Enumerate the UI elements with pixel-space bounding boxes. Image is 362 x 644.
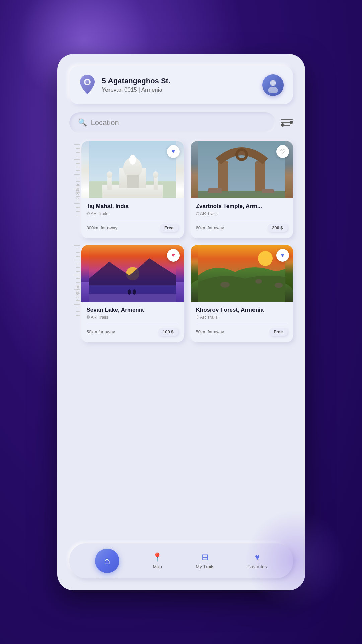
- bottom-nav: ⌂ 📍 Map ⊞ My Trails ♥ Favorites: [69, 543, 293, 578]
- distance-zvartnots: 60km far away: [196, 225, 224, 230]
- card-zvartnots[interactable]: ♡ Zvartnots Temple, Arm... © AR Trails 6…: [191, 141, 293, 238]
- svg-point-27: [133, 289, 136, 295]
- ruler-top: > 30km: [69, 141, 80, 242]
- tick: [76, 249, 80, 249]
- tick: [76, 252, 80, 253]
- tick: [74, 174, 80, 175]
- nav-map-item[interactable]: 📍 Map: [152, 552, 162, 569]
- card-subtitle-khosrov: © AR Trails: [196, 315, 288, 320]
- tick: [76, 200, 80, 200]
- nav-home-button[interactable]: ⌂: [95, 549, 119, 573]
- tick: [76, 211, 80, 212]
- heart-button-khosrov[interactable]: ♥: [276, 249, 289, 262]
- ticks-top: [74, 141, 80, 215]
- svg-point-2: [270, 80, 276, 86]
- search-placeholder: Location: [91, 118, 119, 127]
- distance-sevan: 50km far away: [87, 329, 115, 334]
- svg-rect-21: [262, 189, 274, 193]
- tick: [76, 315, 80, 316]
- price-sevan: 100 $: [158, 328, 178, 336]
- ruler-bottom: < 30km: [69, 242, 80, 342]
- card-body-khosrov: Khosrov Forest, Armenia © AR Trails 50km…: [191, 302, 293, 341]
- card-khosrov[interactable]: ♥ Khosrov Forest, Armenia © AR Trails 50…: [191, 245, 293, 342]
- svg-point-3: [268, 87, 278, 93]
- tick: [74, 245, 80, 246]
- tick: [74, 275, 80, 275]
- price-khosrov: Free: [269, 328, 287, 336]
- search-row: 🔍 Location: [69, 112, 293, 133]
- tick: [76, 152, 80, 153]
- card-footer-zvartnots: 60km far away 200 $: [196, 220, 288, 232]
- svg-point-11: [107, 171, 112, 178]
- tick: [76, 300, 80, 301]
- header-left: 5 Agatangeghos St. Yerevan 0015 | Armeni…: [79, 74, 171, 96]
- nav-my-trails-item[interactable]: ⊞ My Trails: [196, 552, 214, 569]
- svg-point-1: [85, 80, 89, 84]
- svg-point-30: [220, 282, 230, 288]
- svg-point-32: [275, 283, 283, 288]
- heart-icon-zvartnots: ♡: [280, 148, 285, 155]
- nav-map-label: Map: [153, 564, 162, 569]
- card-sevan[interactable]: ♥ Sevan Lake, Armenia © AR Trails 50km f…: [81, 245, 184, 342]
- card-title-sevan: Sevan Lake, Armenia: [87, 307, 178, 313]
- distance-khosrov: 50km far away: [196, 329, 224, 334]
- nav-favorites-label: Favorites: [247, 564, 267, 569]
- card-title-taj: Taj Mahal, India: [87, 203, 178, 210]
- card-subtitle-sevan: © AR Trails: [87, 315, 178, 320]
- nav-favorites-item[interactable]: ♥ Favorites: [247, 552, 267, 569]
- tick: [76, 278, 80, 279]
- content-section: > 30km: [69, 141, 293, 342]
- search-icon: 🔍: [78, 118, 87, 127]
- filter-button[interactable]: [281, 119, 293, 126]
- svg-rect-20: [208, 188, 222, 193]
- home-icon: ⌂: [104, 555, 110, 566]
- svg-point-31: [255, 279, 262, 284]
- tick: [76, 282, 80, 283]
- tick: [76, 311, 80, 312]
- heart-button-taj[interactable]: ♥: [167, 145, 180, 158]
- tick: [74, 260, 80, 260]
- svg-rect-25: [89, 294, 176, 302]
- my-trails-icon: ⊞: [202, 552, 208, 562]
- filter-line-1: [281, 119, 293, 120]
- cards-grid: ♥ Taj Mahal, India © AR Trails 800km far…: [81, 141, 293, 342]
- header: 5 Agatangeghos St. Yerevan 0015 | Armeni…: [69, 66, 293, 104]
- card-title-zvartnots: Zvartnots Temple, Arm...: [196, 203, 288, 210]
- svg-point-13: [153, 171, 158, 178]
- tick: [74, 304, 80, 305]
- search-bar[interactable]: 🔍 Location: [69, 112, 276, 133]
- location-text: 5 Agatangeghos St. Yerevan 0015 | Armeni…: [102, 77, 171, 93]
- tick: [76, 267, 80, 268]
- tick: [76, 170, 80, 171]
- card-footer-taj: 800km far away Free: [87, 220, 178, 232]
- card-title-khosrov: Khosrov Forest, Armenia: [196, 307, 288, 313]
- heart-button-zvartnots[interactable]: ♡: [276, 145, 289, 158]
- tick: [74, 144, 80, 145]
- favorites-icon: ♥: [255, 552, 260, 562]
- tick: [76, 308, 80, 308]
- tick: [74, 159, 80, 160]
- card-body-sevan: Sevan Lake, Armenia © AR Trails 50km far…: [81, 302, 184, 341]
- nav-my-trails-label: My Trails: [196, 564, 214, 569]
- ruler: > 30km: [69, 141, 81, 342]
- address-line2: Yerevan 0015 | Armenia: [102, 86, 171, 93]
- card-footer-sevan: 50km far away 100 $: [87, 324, 178, 336]
- tick: [76, 271, 80, 272]
- distance-taj: 800km far away: [87, 225, 118, 230]
- tick: [76, 207, 80, 208]
- avatar[interactable]: [262, 74, 284, 96]
- card-taj-mahal[interactable]: ♥ Taj Mahal, India © AR Trails 800km far…: [81, 141, 184, 238]
- tick: [76, 256, 80, 257]
- tick: [76, 156, 80, 156]
- tick: [76, 163, 80, 164]
- tick: [76, 167, 80, 167]
- card-body-taj: Taj Mahal, India © AR Trails 800km far a…: [81, 198, 184, 237]
- card-body-zvartnots: Zvartnots Temple, Arm... © AR Trails 60k…: [191, 198, 293, 237]
- map-icon: 📍: [152, 552, 162, 562]
- heart-icon-khosrov: ♥: [281, 252, 284, 259]
- heart-button-sevan[interactable]: ♥: [167, 249, 180, 262]
- svg-point-26: [128, 289, 131, 295]
- heart-icon-sevan: ♥: [171, 252, 175, 259]
- filter-dot-2: [281, 123, 284, 127]
- price-taj: Free: [160, 224, 178, 232]
